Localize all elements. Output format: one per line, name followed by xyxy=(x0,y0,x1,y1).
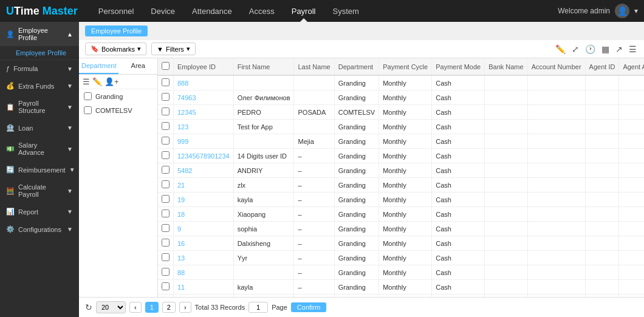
employee-id-link[interactable]: 19 xyxy=(177,196,185,203)
row-checkbox[interactable] xyxy=(162,78,170,86)
expand-icon[interactable]: ⤢ xyxy=(570,43,580,55)
sidebar-item-formula[interactable]: ƒ Formula ▼ xyxy=(0,60,79,77)
sidebar-item-employee-profile[interactable]: 👤 Employee Profile ▲ xyxy=(0,22,79,46)
breadcrumb-tab-employee-profile[interactable]: Employee Profile xyxy=(85,26,148,36)
bookmarks-label: Bookmarks xyxy=(101,46,135,53)
employee-id-link[interactable]: 888 xyxy=(177,80,188,87)
bookmark-icon: 🔖 xyxy=(91,45,99,53)
bookmarks-button[interactable]: 🔖 Bookmarks ▾ xyxy=(85,43,146,55)
prev-page-button[interactable]: ‹ xyxy=(129,302,142,313)
dept-checkbox-granding[interactable] xyxy=(84,92,92,100)
row-checkbox-cell xyxy=(158,265,174,280)
sidebar-item-report[interactable]: 📊 Report ▼ xyxy=(0,203,79,220)
main-layout: 👤 Employee Profile ▲ Employee Profile ƒ … xyxy=(0,22,644,317)
panel-list-icon[interactable]: ☰ xyxy=(83,77,90,86)
sidebar-item-configurations[interactable]: ⚙️ Configurations ▼ xyxy=(0,220,79,238)
page-1-button[interactable]: 1 xyxy=(145,302,159,313)
employee-id-link[interactable]: 88 xyxy=(177,269,185,276)
row-bank-name xyxy=(485,193,527,207)
row-employee-id: 19 xyxy=(174,193,234,207)
employee-id-link[interactable]: 123 xyxy=(177,123,188,131)
columns-icon[interactable]: ▦ xyxy=(600,43,611,55)
dept-checkbox-comtelsv[interactable] xyxy=(84,106,92,114)
share-icon[interactable]: ↗ xyxy=(614,43,624,55)
confirm-page-button[interactable]: Confirm xyxy=(291,302,327,312)
row-payment-cycle: Monthly xyxy=(379,90,432,105)
sidebar-item-reimbursement[interactable]: 🔄 Reimbursement ▼ xyxy=(0,161,79,179)
page-size-select[interactable]: 10 20 50 100 xyxy=(96,301,126,313)
row-checkbox-cell xyxy=(158,222,174,236)
employee-id-link[interactable]: 21 xyxy=(177,182,185,189)
sidebar-item-payroll-structure[interactable]: 📋 Payroll Structure ▼ xyxy=(0,95,79,119)
row-last-name: – xyxy=(294,236,334,251)
nav-device[interactable]: Device xyxy=(142,0,183,22)
user-avatar[interactable]: 👤 xyxy=(615,4,629,18)
nav-personnel[interactable]: Personnel xyxy=(90,0,143,22)
row-checkbox[interactable] xyxy=(162,122,170,130)
employee-id-link[interactable]: 16 xyxy=(177,240,185,247)
employee-id-link[interactable]: 9 xyxy=(177,225,181,233)
row-checkbox[interactable] xyxy=(162,137,170,145)
row-employee-id: 88 xyxy=(174,265,234,280)
row-checkbox[interactable] xyxy=(162,180,170,188)
row-checkbox[interactable] xyxy=(162,268,170,276)
filters-button[interactable]: ▼ Filters ▾ xyxy=(151,43,196,55)
panel-edit-icon[interactable]: ✏️ xyxy=(92,77,102,86)
row-checkbox[interactable] xyxy=(162,210,170,217)
more-settings-icon[interactable]: ☰ xyxy=(628,43,638,55)
dropdown-arrow-icon[interactable]: ▾ xyxy=(634,7,638,15)
filter-icon: ▼ xyxy=(157,46,163,53)
row-first-name xyxy=(233,75,294,90)
employee-id-link[interactable]: 18 xyxy=(177,211,185,218)
history-icon[interactable]: 🕐 xyxy=(584,43,597,55)
row-first-name: Xiaopang xyxy=(233,207,294,222)
row-account-number xyxy=(527,120,585,134)
row-checkbox[interactable] xyxy=(162,107,170,115)
toolbar-action-icons: ✏️ ⤢ 🕐 ▦ ↗ ☰ xyxy=(554,43,638,55)
select-all-checkbox[interactable] xyxy=(162,62,170,70)
panel-add-user-icon[interactable]: 👤+ xyxy=(104,77,119,86)
row-checkbox[interactable] xyxy=(162,93,170,101)
employee-id-link[interactable]: 5482 xyxy=(177,167,192,174)
page-input[interactable] xyxy=(248,302,268,313)
sidebar-item-calculate-payroll[interactable]: 🧮 Calculate Payroll ▼ xyxy=(0,179,79,203)
sidebar-subitem-employee-profile[interactable]: Employee Profile xyxy=(0,46,79,60)
dept-item-granding: Granding xyxy=(79,89,157,103)
page-2-button[interactable]: 2 xyxy=(162,302,176,313)
row-checkbox[interactable] xyxy=(162,282,170,290)
tab-department[interactable]: Department xyxy=(79,58,118,74)
welcome-text: Welcome admin xyxy=(558,7,610,15)
row-checkbox[interactable] xyxy=(162,166,170,174)
row-checkbox-cell xyxy=(158,149,174,163)
refresh-button[interactable]: ↻ xyxy=(85,302,92,312)
next-page-button[interactable]: › xyxy=(179,302,191,313)
employee-id-link[interactable]: 11 xyxy=(177,284,185,291)
row-checkbox[interactable] xyxy=(162,239,170,247)
nav-access[interactable]: Access xyxy=(241,0,283,22)
sidebar-item-salary-advance[interactable]: 💵 Salary Advance ▼ xyxy=(0,137,79,161)
nav-attendance[interactable]: Attendance xyxy=(183,0,241,22)
row-account-number xyxy=(527,265,585,280)
sidebar-label-loan: Loan xyxy=(18,124,33,132)
row-checkbox[interactable] xyxy=(162,151,170,159)
row-checkbox[interactable] xyxy=(162,195,170,203)
row-checkbox[interactable] xyxy=(162,224,170,232)
row-first-name: 14 Digits user ID xyxy=(233,149,294,163)
employee-id-link[interactable]: 74963 xyxy=(177,94,196,101)
row-checkbox[interactable] xyxy=(162,253,170,261)
tab-area[interactable]: Area xyxy=(118,58,157,74)
row-bank-name xyxy=(485,178,527,193)
sidebar-item-extra-funds[interactable]: 💰 Extra Funds ▼ xyxy=(0,77,79,95)
row-employee-id: 11 xyxy=(174,280,234,295)
sidebar-item-loan[interactable]: 🏦 Loan ▼ xyxy=(0,119,79,137)
nav-system[interactable]: System xyxy=(324,0,367,22)
pagination-bar: ↻ 10 20 50 100 ‹ 1 2 › Total 33 Records … xyxy=(79,297,644,317)
employee-id-link[interactable]: 999 xyxy=(177,138,188,145)
nav-payroll[interactable]: Payroll xyxy=(283,0,324,22)
row-payment-mode: Cash xyxy=(432,75,485,90)
row-last-name xyxy=(294,120,334,134)
employee-id-link[interactable]: 13 xyxy=(177,254,185,262)
employee-id-link[interactable]: 12345 xyxy=(177,109,196,116)
edit-toolbar-icon[interactable]: ✏️ xyxy=(554,43,567,55)
employee-id-link[interactable]: 12345678901234 xyxy=(177,152,230,160)
